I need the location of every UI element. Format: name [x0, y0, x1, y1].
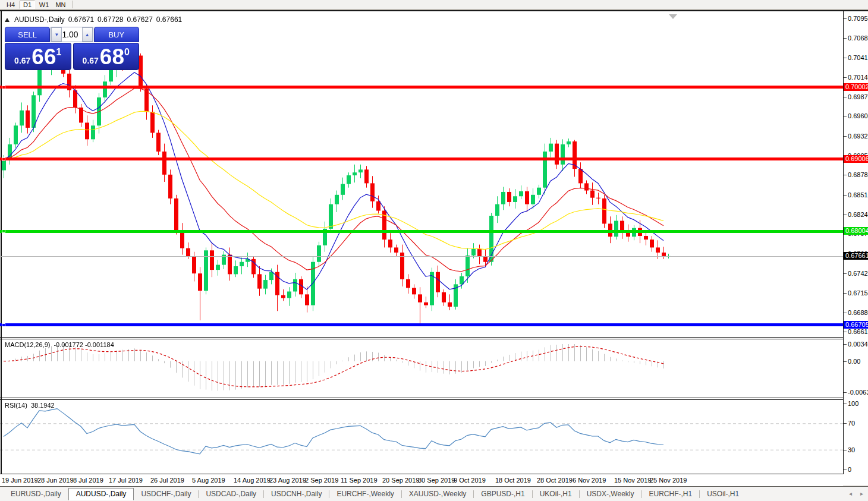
chart-tab-usdcad-daily[interactable]: USDCAD-,Daily	[199, 489, 263, 500]
macd-tick	[844, 392, 847, 393]
price-tick	[844, 215, 847, 215]
chart-tab-usdcnh-daily[interactable]: USDCNH-,Daily	[264, 489, 329, 500]
chart-tab-ukoil-h1[interactable]: UKOil-,H1	[533, 489, 579, 500]
volume-spinner: ▼ 1.00 ▲	[51, 27, 93, 42]
buy-button[interactable]: BUY	[94, 27, 139, 42]
chart-tab-audusd-daily[interactable]: AUDUSD-,Daily	[68, 488, 134, 500]
trading-platform: H4D1W1MN AUDUSD-,Daily 0.67671 0.67728 0…	[0, 0, 868, 501]
rsi-tick	[844, 404, 847, 404]
date-label: 19 Jun 2019	[2, 477, 38, 484]
macd-tick	[844, 344, 847, 345]
rsi-tick	[844, 450, 847, 450]
volume-increase-button[interactable]: ▲	[82, 27, 93, 42]
price-axis[interactable]: 0.709550.706850.704150.701400.698700.696…	[844, 11, 868, 474]
price-tick	[844, 58, 847, 58]
line-handle[interactable]	[2, 229, 5, 233]
horizontal-line-0.69006[interactable]	[0, 157, 843, 160]
date-label: 28 Jun 2019	[37, 477, 74, 484]
chart-tab-eurusd-daily[interactable]: EURUSD-,Daily	[4, 489, 68, 500]
sell-price-pips: 66	[32, 47, 56, 67]
macd-name: MACD(12,26,9)	[5, 341, 50, 348]
price-tick-label: 0.70140	[848, 74, 868, 81]
price-tick	[844, 332, 847, 332]
chart-tab-bar: EURUSD-,DailyAUDUSD-,DailyUSDCHF-,DailyU…	[0, 486, 868, 501]
scroll-to-end-marker[interactable]	[669, 14, 677, 19]
line-price-label: 0.68004	[844, 227, 868, 235]
macd-chart[interactable]	[0, 339, 843, 397]
horizontal-line-0.66705[interactable]	[0, 323, 843, 326]
date-label: 14 Aug 2019	[234, 477, 271, 484]
price-tick-label: 0.69600	[848, 112, 868, 119]
rsi-value: 38.1942	[31, 402, 55, 409]
chart-left-border	[1, 11, 2, 474]
horizontal-line-0.70002[interactable]	[0, 86, 843, 89]
macd-tick-label: -0.00637	[848, 389, 868, 396]
line-handle[interactable]	[2, 86, 5, 89]
macd-values: -0.001772 -0.001184	[54, 341, 114, 348]
price-tick-label: 0.66610	[848, 328, 868, 335]
chart-tab-eurchf-weekly[interactable]: EURCHF-,Weekly	[329, 489, 401, 500]
timeframe-button-mn[interactable]: MN	[53, 1, 68, 9]
current-price-label: 0.67661	[844, 252, 868, 260]
chart-tab-usdchf-daily[interactable]: USDCHF-,Daily	[134, 489, 198, 500]
date-label: 15 Nov 2019	[614, 477, 651, 484]
buy-price-display[interactable]: 0.67 68 0	[73, 43, 140, 70]
volume-decrease-button[interactable]: ▼	[51, 27, 62, 42]
timeframe-button-w1[interactable]: W1	[36, 1, 52, 9]
chart-tab-usdx-weekly[interactable]: USDX-,Weekly	[580, 489, 641, 500]
ohlc-low: 0.67627	[127, 15, 152, 24]
horizontal-line-0.68004[interactable]	[0, 230, 843, 233]
date-label: 2 Sep 2019	[305, 477, 338, 484]
price-tick	[844, 38, 847, 39]
macd-label: MACD(12,26,9) -0.001772 -0.001184	[5, 341, 114, 348]
price-tick-label: 0.69870	[848, 93, 868, 100]
date-label: 20 Sep 2019	[382, 477, 419, 484]
date-label: 28 Oct 2019	[537, 477, 573, 484]
panel-splitter[interactable]	[0, 337, 868, 338]
collapse-panel-icon[interactable]	[5, 18, 10, 22]
macd-panel: MACD(12,26,9) -0.001772 -0.001184	[0, 339, 843, 397]
rsi-tick-label: 70	[848, 420, 855, 427]
panel-splitter[interactable]	[0, 398, 868, 398]
buy-price-point: 0	[124, 47, 130, 58]
date-label: 25 Nov 2019	[650, 477, 687, 484]
chart-tab-eurchf-h1[interactable]: EURCHF-,H1	[642, 489, 700, 500]
macd-tick	[844, 361, 847, 362]
sell-price-point: 1	[56, 47, 62, 58]
price-tick	[844, 195, 847, 196]
rsi-chart[interactable]	[0, 400, 843, 474]
line-handle[interactable]	[2, 323, 5, 327]
rsi-tick-label: 100	[848, 400, 858, 407]
price-tick	[844, 273, 847, 274]
sell-button[interactable]: SELL	[5, 27, 50, 42]
chart-tab-xauusd-weekly[interactable]: XAUUSD-,Weekly	[402, 489, 473, 500]
line-price-label: 0.69006	[844, 155, 868, 163]
time-axis[interactable]: 19 Jun 201928 Jun 20198 Jul 201917 Jul 2…	[0, 474, 843, 487]
line-handle[interactable]	[2, 157, 5, 161]
tab-scroll-left-icon[interactable]: ◂	[849, 490, 852, 497]
price-tick-label: 0.68510	[848, 191, 868, 198]
rsi-tick	[844, 423, 847, 424]
ohlc-open: 0.67671	[68, 15, 94, 24]
timeframe-button-h4[interactable]: H4	[3, 1, 18, 9]
price-tick-label: 0.70685	[848, 34, 868, 42]
date-label: 5 Aug 2019	[192, 477, 225, 484]
date-label: 9 Oct 2019	[454, 477, 486, 484]
buy-price-base: 0.67	[83, 56, 99, 65]
buy-price-pips: 68	[100, 47, 124, 67]
price-tick	[844, 175, 847, 175]
chart-tab-gbpusd-h1[interactable]: GBPUSD-,H1	[474, 489, 532, 500]
rsi-tick	[844, 470, 847, 470]
toolbar-separator	[72, 1, 73, 8]
date-label: 6 Nov 2019	[573, 477, 606, 484]
volume-value[interactable]: 1.00	[62, 27, 81, 42]
chart-tab-usoil-h1[interactable]: USOil-,H1	[700, 489, 746, 500]
price-tick	[844, 136, 847, 137]
chart-window: AUDUSD-,Daily 0.67671 0.67728 0.67627 0.…	[0, 10, 868, 486]
sell-price-display[interactable]: 0.67 66 1	[5, 43, 71, 70]
ohlc-high: 0.67728	[98, 15, 123, 24]
tab-scroll-right-icon[interactable]: ▸	[860, 490, 863, 497]
rsi-panel: RSI(14) 38.1942	[0, 400, 843, 474]
price-tick-label: 0.69325	[848, 133, 868, 140]
timeframe-button-d1[interactable]: D1	[20, 1, 35, 9]
